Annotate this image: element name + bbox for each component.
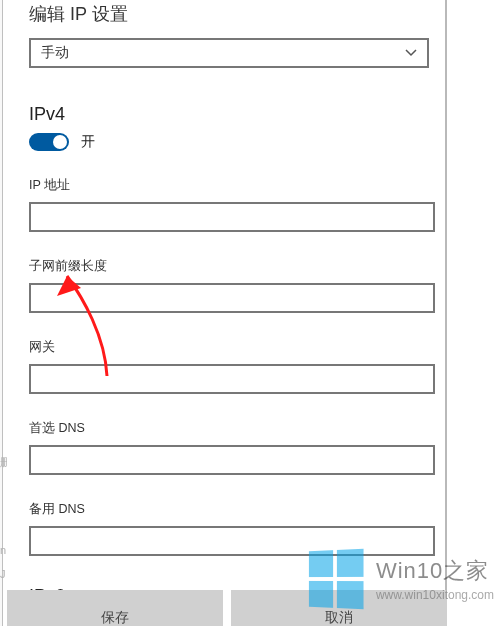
ipv4-toggle-label: 开 (81, 133, 95, 151)
preferred-dns-input[interactable] (29, 445, 435, 475)
subnet-prefix-input[interactable] (29, 283, 435, 313)
watermark-brand: Win10之家 (376, 556, 494, 586)
watermark-url: www.win10xitong.com (376, 588, 494, 602)
ipv4-heading: IPv4 (29, 104, 427, 125)
preferred-dns-label: 首选 DNS (29, 420, 427, 437)
watermark: Win10之家 www.win10xitong.com (306, 550, 494, 608)
ip-mode-select[interactable]: 手动 (29, 38, 429, 68)
gateway-input[interactable] (29, 364, 435, 394)
ip-address-input[interactable] (29, 202, 435, 232)
ipv4-toggle[interactable] (29, 133, 69, 151)
ghost-char: J (0, 568, 6, 580)
background-sliver (0, 0, 3, 626)
chevron-down-icon (405, 47, 417, 59)
alternate-dns-label: 备用 DNS (29, 501, 427, 518)
ip-address-label: IP 地址 (29, 177, 427, 194)
ghost-char: n (0, 544, 6, 556)
subnet-prefix-label: 子网前缀长度 (29, 258, 427, 275)
windows-logo-icon (309, 549, 364, 610)
ip-settings-dialog: 编辑 IP 设置 手动 IPv4 开 IP 地址 子网前缀长度 网关 首选 DN… (7, 0, 447, 620)
ip-mode-value: 手动 (41, 44, 69, 62)
dialog-title: 编辑 IP 设置 (29, 0, 427, 26)
gateway-label: 网关 (29, 339, 427, 356)
